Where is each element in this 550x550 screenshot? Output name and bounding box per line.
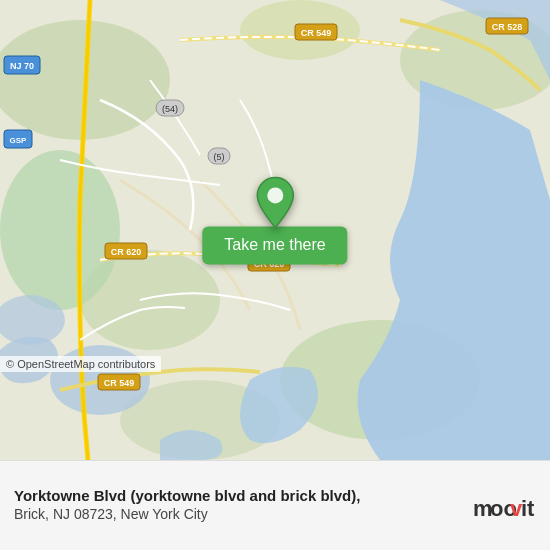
svg-text:CR 528: CR 528 bbox=[492, 22, 523, 32]
svg-text:NJ 70: NJ 70 bbox=[10, 61, 34, 71]
svg-text:(54): (54) bbox=[162, 104, 178, 114]
svg-text:CR 549: CR 549 bbox=[301, 28, 332, 38]
map-pin bbox=[251, 178, 299, 226]
svg-text:CR 620: CR 620 bbox=[111, 247, 142, 257]
location-title: Yorktowne Blvd (yorktowne blvd and brick… bbox=[14, 486, 454, 506]
map-attribution: © OpenStreetMap contributors bbox=[0, 356, 161, 372]
svg-text:CR 549: CR 549 bbox=[104, 378, 135, 388]
location-info: Yorktowne Blvd (yorktowne blvd and brick… bbox=[14, 486, 454, 525]
pin-svg bbox=[253, 175, 297, 229]
bottom-panel: Yorktowne Blvd (yorktowne blvd and brick… bbox=[0, 460, 550, 550]
svg-text:GSP: GSP bbox=[10, 136, 28, 145]
svg-point-28 bbox=[267, 187, 283, 203]
take-me-there-button[interactable]: Take me there bbox=[202, 226, 347, 264]
svg-text:it: it bbox=[521, 496, 535, 521]
svg-text:(5): (5) bbox=[214, 152, 225, 162]
svg-point-5 bbox=[0, 150, 120, 310]
attribution-text: © OpenStreetMap contributors bbox=[6, 358, 155, 370]
location-subtitle: Brick, NJ 08723, New York City bbox=[14, 505, 454, 525]
moovit-logo: m oo v it bbox=[466, 486, 536, 526]
moovit-logo-svg: m oo v it bbox=[471, 486, 536, 526]
map-button-overlay: Take me there bbox=[202, 178, 347, 264]
map-container: NJ 70 GSP CR 549 CR 528 (54) (5) CR 620 … bbox=[0, 0, 550, 460]
